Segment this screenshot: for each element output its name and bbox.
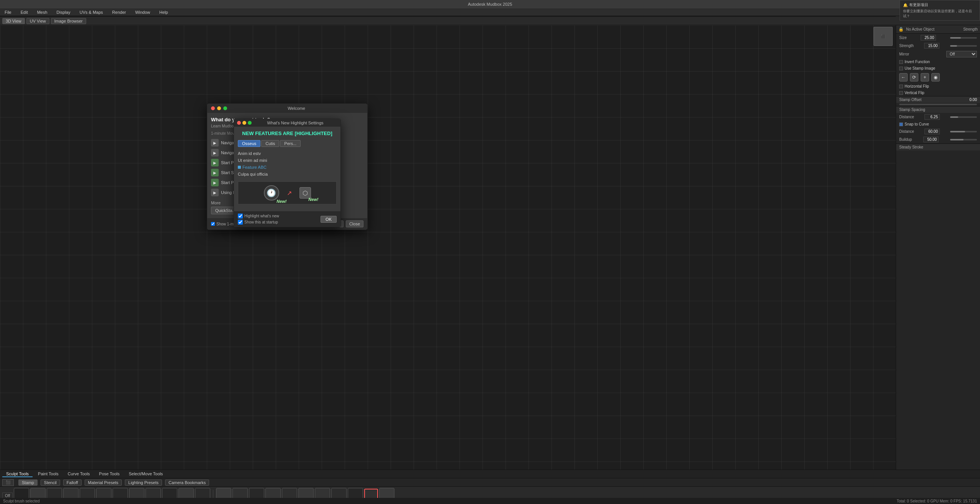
tool-tabs: Sculpt Tools Paint Tools Curve Tools Pos… [0, 470, 980, 478]
h-flip-checkbox[interactable] [899, 85, 903, 88]
tab-sculpt-tools[interactable]: Sculpt Tools [2, 471, 33, 477]
v-flip-row: Vertical Flip [896, 90, 980, 96]
menu-render[interactable]: Render [111, 10, 128, 15]
tab-uv-view[interactable]: UV View [26, 18, 49, 24]
v-flip-label: Vertical Flip [905, 91, 924, 95]
whatsnew-titlebar: What's New Highlight Settings [234, 119, 340, 127]
viewport-grid [0, 25, 896, 470]
no-active-object-label: No Active Object [906, 27, 961, 31]
h-flip-label: Horizontal Flip [905, 84, 929, 88]
menu-mesh[interactable]: Mesh [36, 10, 49, 15]
show-startup-checkbox[interactable] [238, 220, 243, 225]
tray-icon-4[interactable]: ◉ [931, 73, 940, 82]
menu-help[interactable]: Help [158, 10, 170, 15]
stamp-tab-stamp[interactable]: Stamp [18, 480, 38, 486]
size-input[interactable] [921, 35, 936, 41]
snap-distance-slider[interactable] [950, 131, 977, 132]
minimize-traffic-light[interactable] [217, 106, 221, 110]
distance-input[interactable] [924, 114, 940, 120]
tray-icon-3[interactable]: + [921, 73, 929, 82]
invert-function-row: Invert Function [896, 59, 980, 65]
stamp-tab-lighting-presets[interactable]: Lighting Presets [125, 480, 162, 486]
menu-uvs[interactable]: UVs & Maps [78, 10, 105, 15]
feature-item-3[interactable]: Feature ABC [238, 164, 337, 171]
distance-row: Distance [896, 113, 980, 121]
stamp-tab-material-presets[interactable]: Material Presets [85, 480, 122, 486]
tab-paint-tools[interactable]: Paint Tools [34, 471, 62, 477]
whatsnew-zoom-light[interactable] [248, 121, 252, 125]
steady-stroke-section: Steady Stroke [896, 144, 980, 150]
mirror-dropdown[interactable]: Off X Y Z [946, 51, 977, 57]
tab-cutis[interactable]: Cutis [261, 140, 279, 147]
v-flip-checkbox[interactable] [899, 91, 903, 95]
h-flip-row: Horizontal Flip [896, 83, 980, 90]
use-stamp-row: Use Stamp Image [896, 65, 980, 72]
snap-distance-row: Distance [896, 127, 980, 135]
stamp-tab-row: ⬛ Stamp Stencil Falloff Material Presets… [0, 478, 980, 487]
3d-viewport[interactable] [0, 25, 896, 470]
stamp-offset-section: Stamp Offset 0.00 [896, 96, 980, 103]
menu-edit[interactable]: Edit [19, 10, 29, 15]
notification-body: 你要立刻重新启动以安装这些更新，还是今后试？ [903, 9, 977, 18]
invert-checkbox[interactable] [899, 60, 903, 64]
distance-label: Distance [899, 115, 914, 119]
tab-image-browser[interactable]: Image Browser [51, 18, 86, 24]
stamp-tab-camera-bookmarks[interactable]: Camera Bookmarks [165, 480, 209, 486]
zoom-traffic-light[interactable] [223, 106, 227, 110]
stamp-tab-stencil[interactable]: Stencil [41, 480, 60, 486]
whatsnew-close-light[interactable] [237, 121, 241, 125]
menu-window[interactable]: Window [134, 10, 152, 15]
snap-curve-checkbox[interactable] [899, 122, 903, 126]
stamp-spacing-section: Stamp Spacing [896, 106, 980, 113]
status-left: Sculpt brush selected [3, 499, 40, 503]
strength-input[interactable] [924, 43, 939, 49]
mirror-label: Mirror [899, 52, 909, 56]
snap-distance-input[interactable] [924, 129, 940, 134]
strength-slider[interactable] [950, 45, 977, 47]
whatsnew-min-light[interactable] [242, 121, 246, 125]
snap-curve-label: Snap to Curve [905, 122, 929, 126]
highlight-check-row[interactable]: Highlight what's new [238, 214, 279, 219]
tab-curve-tools[interactable]: Curve Tools [64, 471, 94, 477]
menu-bar: File Edit Mesh Display UVs & Maps Render… [0, 8, 980, 16]
new-badge-1: New! [276, 199, 286, 204]
tab-pers[interactable]: Pers... [280, 140, 301, 147]
invert-label: Invert Function [905, 60, 930, 64]
highlight-checkbox[interactable] [238, 214, 243, 219]
notification-icon: 🔔 有更新项目 [903, 2, 977, 8]
size-slider[interactable] [950, 37, 977, 39]
tab-osseus[interactable]: Osseus [238, 140, 260, 147]
tray-icon-1[interactable]: ← [899, 73, 908, 82]
stamp-label: Use Stamp Image [905, 66, 935, 70]
size-row: Size [896, 34, 980, 42]
stamp-toggle-btn[interactable]: ⬛ [2, 479, 14, 486]
lock-icon: 🔒 [898, 27, 904, 32]
snap-distance-label: Distance [899, 129, 914, 134]
show-startup-check-row[interactable]: Show this at startup [238, 220, 279, 225]
ok-button[interactable]: OK [321, 216, 337, 223]
feature-item-1: Anim id estv [238, 150, 337, 157]
tab-select-move-tools[interactable]: Select/Move Tools [125, 471, 167, 477]
close-welcome-button[interactable]: Close [346, 220, 363, 227]
clock-icon-container: 🕐 New! [264, 185, 279, 201]
list-icon-sculpt: ▶ [211, 169, 219, 176]
strength-label2: Strength [899, 44, 914, 48]
distance-slider[interactable] [950, 116, 977, 118]
tab-3d-view[interactable]: 3D View [2, 18, 25, 24]
buildup-input[interactable] [923, 137, 939, 142]
tab-pose-tools[interactable]: Pose Tools [95, 471, 124, 477]
update-notification-panel: 🔔 有更新项目 你要立刻重新启动以安装这些更新，还是今后试？ [900, 0, 980, 21]
menu-display[interactable]: Display [55, 10, 72, 15]
right-panel: 🔒 No Active Object Strength Size Strengt… [896, 25, 980, 470]
tray-icon-2[interactable]: ⟳ [910, 73, 918, 82]
stamp-offset-slider[interactable] [899, 104, 977, 105]
show-movies-checkbox[interactable] [211, 222, 215, 226]
close-traffic-light[interactable] [211, 106, 215, 110]
stamp-checkbox[interactable] [899, 67, 903, 70]
status-right: Total: 0 Selected: 0 GPU Mem: 0 FPS: 15.… [897, 499, 977, 503]
menu-file[interactable]: File [3, 10, 13, 15]
buildup-slider[interactable] [950, 139, 977, 140]
stamp-offset-label: Stamp Offset [899, 98, 921, 102]
viewport-cube[interactable]: ⬛ [874, 27, 893, 46]
stamp-tab-falloff[interactable]: Falloff [63, 480, 82, 486]
